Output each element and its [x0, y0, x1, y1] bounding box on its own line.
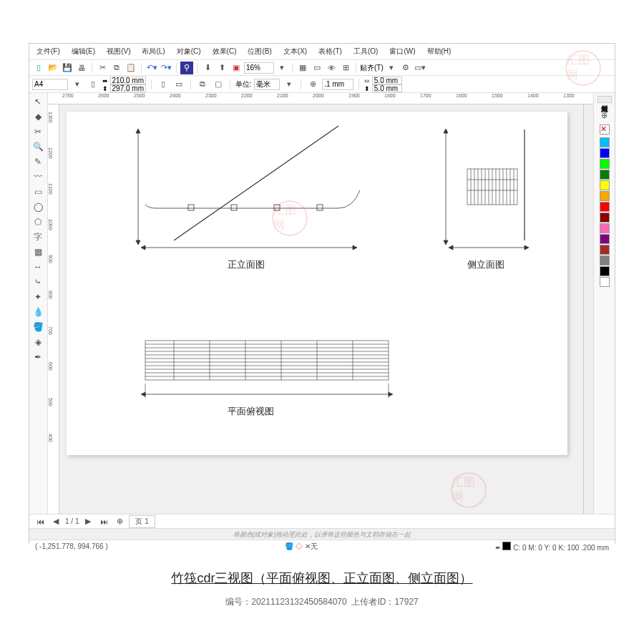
menu-window[interactable]: 窗口(W)	[386, 45, 418, 58]
menu-edit[interactable]: 编辑(E)	[69, 45, 98, 58]
front-view-label: 正立面图	[228, 258, 265, 271]
page-width-input[interactable]	[110, 77, 146, 84]
color-swatch[interactable]	[600, 170, 610, 180]
redo-icon[interactable]: ↷▾	[160, 62, 172, 74]
color-swatch[interactable]	[600, 266, 610, 276]
page-add-icon[interactable]: ⊕	[113, 515, 126, 528]
units-select[interactable]	[254, 79, 280, 90]
page-next-icon[interactable]: ▶	[82, 515, 94, 528]
save-icon[interactable]: 💾	[61, 62, 74, 74]
color-swatch[interactable]	[600, 180, 610, 190]
fullscreen-icon[interactable]: ▦	[296, 62, 309, 74]
export-icon[interactable]: ⬆	[215, 62, 228, 74]
menu-bitmap[interactable]: 位图(B)	[245, 45, 274, 58]
polygon-tool-icon[interactable]: ⬠	[31, 215, 45, 229]
ellipse-tool-icon[interactable]: ◯	[31, 200, 45, 214]
swatch-none[interactable]: ×	[600, 125, 610, 135]
search-icon[interactable]: ⚲	[180, 62, 193, 74]
new-icon[interactable]: ▯	[32, 62, 45, 74]
canvas[interactable]: 正立面图 侧立面图 平面俯视图	[59, 104, 583, 514]
snap-label[interactable]: 贴齐(T)	[360, 63, 384, 73]
color-swatch[interactable]	[600, 255, 610, 265]
ruler-horizontal[interactable]: 2700 2600 2500 2400 2300 2200 2100 2000 …	[48, 93, 593, 104]
dropdown-icon[interactable]: ▾	[385, 62, 398, 74]
artistic-media-icon[interactable]: 〰	[31, 170, 45, 184]
orient-portrait-icon[interactable]: ▯	[157, 78, 170, 91]
fill-tool-icon[interactable]: 🪣	[31, 320, 45, 334]
cut-icon[interactable]: ✂	[96, 62, 109, 74]
expand-icon[interactable]: ⊕	[598, 109, 611, 122]
crop-tool-icon[interactable]: ✂	[31, 125, 45, 139]
top-view-label: 平面俯视图	[228, 405, 274, 418]
color-swatch[interactable]	[600, 202, 610, 212]
rectangle-tool-icon[interactable]: ▭	[31, 185, 45, 199]
page-tab[interactable]: 页 1	[129, 515, 155, 528]
connector-tool-icon[interactable]: ⤷	[31, 275, 45, 289]
launch-icon[interactable]: ▭▾	[414, 62, 426, 74]
page-height-input[interactable]	[110, 84, 146, 92]
color-swatch[interactable]	[600, 245, 610, 255]
rulers-icon[interactable]: 👁	[325, 62, 338, 74]
portrait-icon[interactable]: ▯	[87, 78, 99, 91]
dimension-tool-icon[interactable]: ↔	[31, 260, 45, 274]
table-tool-icon[interactable]: ▦	[31, 245, 45, 259]
page-all-icon[interactable]: ⧉	[196, 78, 209, 91]
color-swatch[interactable]	[600, 213, 610, 223]
shape-tool-icon[interactable]: ◆	[31, 109, 45, 124]
orient-landscape-icon[interactable]: ▭	[172, 78, 185, 91]
dropdown-icon[interactable]: ▾	[71, 78, 84, 91]
color-swatch[interactable]	[600, 159, 610, 169]
outline-tool-icon[interactable]: ✒	[31, 350, 45, 364]
freehand-tool-icon[interactable]: ✎	[31, 155, 45, 169]
menu-text[interactable]: 文本(X)	[280, 45, 310, 58]
drawing-page[interactable]: 正立面图 侧立面图 平面俯视图	[67, 112, 567, 455]
dupe-y-label: ⬍	[364, 84, 402, 92]
dropdown-icon[interactable]: ▾	[275, 62, 288, 74]
paste-icon[interactable]: 📋	[125, 62, 137, 74]
menu-effects[interactable]: 效果(C)	[210, 45, 240, 58]
interactive-fill-icon[interactable]: ◈	[31, 335, 45, 349]
page-last-icon[interactable]: ⏭	[97, 515, 110, 528]
menu-layout[interactable]: 布局(L)	[139, 45, 167, 58]
separator	[151, 79, 152, 89]
menu-object[interactable]: 对象(C)	[174, 45, 204, 58]
color-swatch[interactable]	[600, 191, 610, 201]
page-prev-icon[interactable]: ◀	[49, 515, 62, 528]
color-swatch[interactable]	[600, 148, 610, 158]
preview-icon[interactable]: ▭	[311, 62, 323, 74]
grid-icon[interactable]: ⊞	[339, 62, 352, 74]
publish-icon[interactable]: ▣	[230, 62, 243, 74]
eyedropper-tool-icon[interactable]: 💧	[31, 305, 45, 319]
zoom-tool-icon[interactable]: 🔍	[31, 140, 45, 154]
ruler-area: 2700 2600 2500 2400 2300 2200 2100 2000 …	[48, 93, 593, 514]
page-first-icon[interactable]: ⏮	[34, 515, 47, 528]
color-swatch[interactable]	[600, 234, 610, 244]
undo-icon[interactable]: ↶▾	[145, 62, 158, 74]
copy-icon[interactable]: ⧉	[110, 62, 123, 74]
menu-file[interactable]: 文件(F)	[34, 45, 63, 58]
nudge-input[interactable]	[322, 79, 353, 90]
color-swatch[interactable]	[600, 137, 610, 147]
effects-tool-icon[interactable]: ✦	[31, 290, 45, 304]
dupe-y-input[interactable]	[372, 84, 402, 92]
dropdown-icon[interactable]: ▾	[283, 78, 296, 91]
zoom-input[interactable]	[244, 62, 274, 74]
color-swatch[interactable]	[600, 277, 610, 287]
page-size-select[interactable]	[32, 79, 68, 90]
options-icon[interactable]: ⚙	[399, 62, 412, 74]
text-tool-icon[interactable]: 字	[31, 230, 45, 244]
menu-tools[interactable]: 工具(O)	[351, 45, 381, 58]
ruler-vertical[interactable]: 1300 1200 1100 1000 900 800 700 600 500 …	[48, 104, 59, 514]
pick-tool-icon[interactable]: ↖	[31, 94, 45, 109]
dupe-x-input[interactable]	[372, 77, 402, 84]
page-current-icon[interactable]: ▢	[212, 78, 225, 91]
menu-view[interactable]: 视图(V)	[104, 45, 133, 58]
print-icon[interactable]: 🖶	[75, 62, 88, 74]
vertical-scrollbar[interactable]	[583, 104, 593, 514]
import-icon[interactable]: ⬇	[201, 62, 214, 74]
docker-tab[interactable]: 对象属性	[597, 96, 612, 103]
menu-help[interactable]: 帮助(H)	[424, 45, 454, 58]
menu-table[interactable]: 表格(T)	[316, 45, 345, 58]
color-swatch[interactable]	[600, 223, 610, 233]
open-icon[interactable]: 📂	[47, 62, 59, 74]
